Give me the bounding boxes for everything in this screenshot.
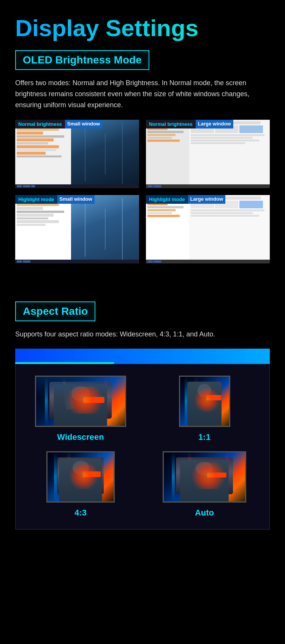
aspect-label-four-three: 4:3 xyxy=(74,508,87,518)
mode-label-1: Normal brightness xyxy=(15,120,65,128)
aspect-image-auto xyxy=(163,451,246,503)
file-panel-1 xyxy=(15,120,71,188)
aspect-item-auto: Auto xyxy=(147,451,262,518)
oled-section-header-box: OLED Brightness Mode xyxy=(15,50,149,70)
aspect-image-four-three xyxy=(46,451,115,503)
desktop-sim-4 xyxy=(146,195,270,263)
mode-label-4: Highlight mode xyxy=(146,195,188,204)
screenshots-grid: Normal brightness Small window xyxy=(15,120,270,263)
aspect-ratio-section-header: Aspect Ratio xyxy=(23,305,88,317)
page-container: Display Settings OLED Brightness Mode Of… xyxy=(0,0,285,552)
aspect-ratio-description: Supports four aspect ratio modes: Widesc… xyxy=(15,329,270,340)
window-label-1: Small window xyxy=(65,120,102,128)
cyber-soldier-auto xyxy=(164,452,245,501)
aspect-ratio-content: Widescreen xyxy=(15,364,270,530)
mode-label-2: Normal brightness xyxy=(146,120,196,128)
tab-bar xyxy=(15,349,270,364)
aspect-item-four-three: 4:3 xyxy=(23,451,138,518)
section-spacer xyxy=(15,282,270,301)
desktop-sim-1 xyxy=(15,120,139,188)
aspect-item-widescreen: Widescreen xyxy=(23,376,138,442)
bg-art-3 xyxy=(71,195,139,263)
aspect-ratio-section-header-box: Aspect Ratio xyxy=(15,301,95,321)
screenshot-normal-large: Normal brightness Large window xyxy=(146,120,270,188)
oled-description: Offers two modes: Normal and High Bright… xyxy=(15,78,270,110)
oled-section-header: OLED Brightness Mode xyxy=(23,54,142,66)
content-area-2 xyxy=(189,120,270,188)
aspect-label-auto: Auto xyxy=(195,508,214,518)
content-area-4 xyxy=(189,195,270,263)
image-highlight-small xyxy=(15,195,139,263)
label-highlight-small: Highlight mode Small window xyxy=(15,195,95,204)
screenshot-normal-small: Normal brightness Small window xyxy=(15,120,139,188)
page-title: Display Settings xyxy=(15,15,270,41)
image-highlight-large xyxy=(146,195,270,263)
image-normal-small xyxy=(15,120,139,188)
image-normal-large xyxy=(146,120,270,188)
bg-art-1 xyxy=(71,120,139,188)
desktop-sim-3 xyxy=(15,195,139,263)
aspect-label-one-one: 1:1 xyxy=(198,432,211,442)
label-normal-small: Normal brightness Small window xyxy=(15,120,102,128)
file-panel-3 xyxy=(15,195,71,263)
aspect-ratio-grid: Widescreen xyxy=(23,376,262,518)
aspect-image-widescreen xyxy=(35,376,126,427)
label-normal-large: Normal brightness Large window xyxy=(146,120,233,128)
label-highlight-large: Highlight mode Large window xyxy=(146,195,225,204)
screenshot-highlight-small: Highlight mode Small window xyxy=(15,195,139,263)
desktop-sim-2 xyxy=(146,120,270,188)
aspect-item-one-one: 1:1 xyxy=(147,376,262,442)
window-label-2: Large window xyxy=(196,120,233,128)
aspect-label-widescreen: Widescreen xyxy=(57,432,104,442)
cyber-soldier-widescreen xyxy=(36,377,125,426)
window-label-4: Large window xyxy=(188,195,226,204)
window-label-3: Small window xyxy=(57,195,95,204)
cyber-soldier-four-three xyxy=(48,452,114,501)
cyber-soldier-one-one xyxy=(180,377,229,426)
file-panel-4 xyxy=(146,195,189,263)
screenshot-highlight-large: Highlight mode Large window xyxy=(146,195,270,263)
aspect-image-one-one xyxy=(179,376,230,427)
file-panel-2 xyxy=(146,120,189,188)
mode-label-3: Highlight mode xyxy=(15,195,57,204)
